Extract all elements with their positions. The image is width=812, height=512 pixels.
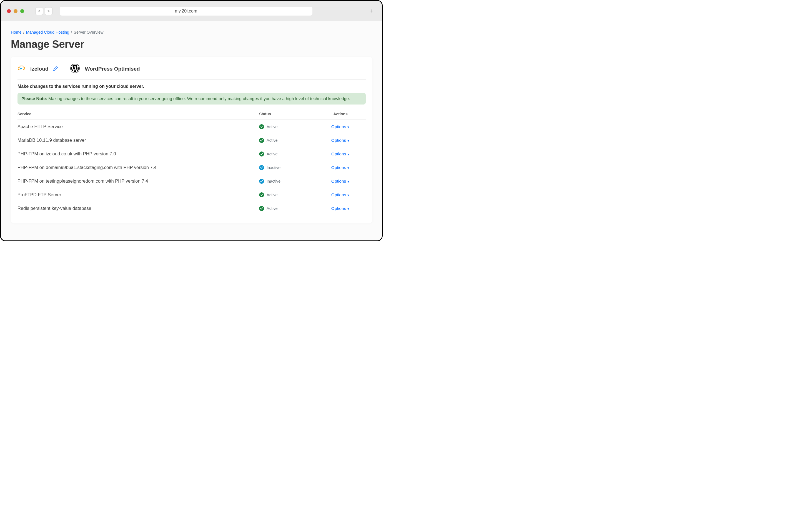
status-inactive-icon (259, 179, 264, 184)
nav-forward-button[interactable]: > (45, 7, 53, 15)
table-row: PHP-FPM on domain99b6a1.stackstaging.com… (18, 161, 366, 174)
cell-actions: Options ▼ (315, 179, 366, 184)
status-text: Active (267, 206, 278, 211)
breadcrumb-current: Server Overview (74, 30, 103, 34)
breadcrumb-link[interactable]: Home (11, 30, 22, 34)
options-dropdown[interactable]: Options ▼ (331, 138, 350, 143)
options-dropdown[interactable]: Options ▼ (331, 192, 350, 197)
status-text: Active (267, 193, 278, 197)
status-active-icon (259, 138, 264, 143)
server-name: izcloud (30, 66, 48, 72)
nav-back-button[interactable]: < (35, 7, 43, 15)
caret-down-icon: ▼ (347, 153, 350, 156)
cell-service: ProFTPD FTP Server (18, 192, 259, 197)
page-viewport: Home/Managed Cloud Hosting/Server Overvi… (1, 21, 382, 240)
server-panel: izcloud WordPress Optimised Make changes… (11, 57, 372, 223)
caret-down-icon: ▼ (347, 180, 350, 183)
cell-actions: Options ▼ (315, 192, 366, 197)
table-row: ProFTPD FTP ServerActiveOptions ▼ (18, 188, 366, 201)
caret-down-icon: ▼ (347, 126, 350, 129)
table-row: PHP-FPM on testingpleaseignoredom.com wi… (18, 174, 366, 188)
options-dropdown[interactable]: Options ▼ (331, 165, 350, 170)
cell-status: Active (259, 124, 315, 129)
note-alert: Please Note: Making changes to these ser… (18, 93, 366, 105)
status-text: Active (267, 138, 278, 142)
table-row: MariaDB 10.11.9 database serverActiveOpt… (18, 133, 366, 147)
breadcrumb-link[interactable]: Managed Cloud Hosting (26, 30, 69, 34)
cell-service: PHP-FPM on izcloud.co.uk with PHP versio… (18, 151, 259, 157)
cell-actions: Options ▼ (315, 138, 366, 143)
cell-service: Apache HTTP Service (18, 124, 259, 129)
caret-down-icon: ▼ (347, 166, 350, 169)
traffic-light-maximize[interactable] (20, 9, 24, 13)
caret-down-icon: ▼ (347, 207, 350, 210)
plan-label: WordPress Optimised (85, 66, 140, 72)
options-dropdown[interactable]: Options ▼ (331, 124, 350, 129)
cell-status: Inactive (259, 179, 315, 184)
page-title: Manage Server (11, 38, 372, 50)
caret-down-icon: ▼ (347, 194, 350, 197)
cell-actions: Options ▼ (315, 124, 366, 129)
nav-buttons: < > (35, 7, 53, 15)
new-tab-button[interactable]: + (368, 7, 376, 15)
panel-header: izcloud WordPress Optimised (18, 62, 366, 80)
cell-status: Active (259, 138, 315, 143)
options-dropdown[interactable]: Options ▼ (331, 206, 350, 211)
cell-service: Redis persistent key-value database (18, 206, 259, 211)
status-active-icon (259, 124, 264, 129)
cell-service: MariaDB 10.11.9 database server (18, 138, 259, 143)
status-active-icon (259, 192, 264, 197)
th-service: Service (18, 112, 259, 116)
cell-status: Active (259, 192, 315, 197)
status-inactive-icon (259, 165, 264, 170)
cell-actions: Options ▼ (315, 206, 366, 211)
wordpress-icon (70, 64, 80, 74)
status-active-icon (259, 206, 264, 211)
caret-down-icon: ▼ (347, 139, 350, 142)
cloud-icon (18, 65, 25, 72)
options-dropdown[interactable]: Options ▼ (331, 152, 350, 157)
note-prefix: Please Note: (21, 96, 47, 101)
traffic-lights (7, 9, 24, 13)
status-active-icon (259, 152, 264, 157)
status-text: Active (267, 152, 278, 156)
cell-actions: Options ▼ (315, 165, 366, 170)
services-table: Service Status Actions Apache HTTP Servi… (18, 110, 366, 215)
address-bar[interactable]: my.20i.com (60, 7, 312, 16)
options-dropdown[interactable]: Options ▼ (331, 179, 350, 184)
breadcrumb-separator: / (71, 30, 72, 34)
table-body: Apache HTTP ServiceActiveOptions ▼MariaD… (18, 120, 366, 215)
cell-actions: Options ▼ (315, 151, 366, 157)
vertical-divider (64, 64, 64, 74)
cell-service: PHP-FPM on testingpleaseignoredom.com wi… (18, 179, 259, 184)
th-actions: Actions (315, 112, 366, 116)
table-row: Apache HTTP ServiceActiveOptions ▼ (18, 120, 366, 133)
traffic-light-close[interactable] (7, 9, 11, 13)
browser-chrome: < > my.20i.com + (1, 1, 382, 21)
status-text: Active (267, 125, 278, 129)
cell-status: Active (259, 152, 315, 157)
cell-status: Active (259, 206, 315, 211)
edit-icon[interactable] (53, 66, 58, 72)
browser-inner: < > my.20i.com + Home/Managed Cloud Host… (1, 1, 382, 240)
breadcrumb: Home/Managed Cloud Hosting/Server Overvi… (11, 30, 372, 34)
th-status: Status (259, 112, 315, 116)
traffic-light-minimize[interactable] (13, 9, 18, 13)
cell-status: Inactive (259, 165, 315, 170)
breadcrumb-separator: / (23, 30, 24, 34)
table-row: Redis persistent key-value databaseActiv… (18, 201, 366, 215)
panel-subheading: Make changes to the services running on … (18, 84, 366, 89)
table-row: PHP-FPM on izcloud.co.uk with PHP versio… (18, 147, 366, 161)
status-text: Inactive (267, 179, 281, 184)
note-body: Making changes to these services can res… (47, 96, 350, 101)
browser-frame: < > my.20i.com + Home/Managed Cloud Host… (0, 0, 383, 241)
status-text: Inactive (267, 165, 281, 170)
table-header: Service Status Actions (18, 110, 366, 120)
cell-service: PHP-FPM on domain99b6a1.stackstaging.com… (18, 165, 259, 170)
